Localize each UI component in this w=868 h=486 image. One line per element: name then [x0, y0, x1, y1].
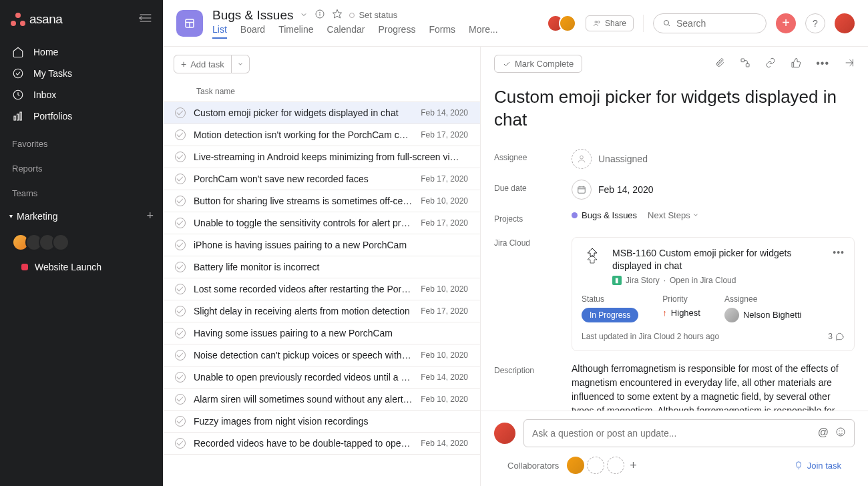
task-row[interactable]: PorchCam won't save new recorded facesFe…: [163, 168, 480, 190]
assignee-value[interactable]: Unassigned: [572, 149, 855, 169]
task-title[interactable]: Custom emoji picker for widgets displaye…: [494, 86, 855, 132]
complete-check-icon[interactable]: [175, 306, 186, 316]
task-row[interactable]: Alarm siren will sometimes sound without…: [163, 389, 480, 411]
project-members[interactable]: [547, 15, 576, 32]
task-row[interactable]: Button for sharing live streams is somet…: [163, 190, 480, 212]
task-row[interactable]: Motion detection isn't working for the P…: [163, 124, 480, 146]
jira-comments[interactable]: 3: [828, 332, 845, 341]
task-row[interactable]: Having some issues pairing to a new Porc…: [163, 322, 480, 344]
complete-check-icon[interactable]: [175, 394, 186, 405]
emoji-icon[interactable]: [835, 427, 846, 440]
mark-complete-button[interactable]: Mark Complete: [494, 55, 582, 73]
complete-check-icon[interactable]: [175, 372, 186, 383]
svg-point-28: [837, 428, 845, 436]
collapse-sidebar-icon[interactable]: [139, 13, 152, 26]
task-row[interactable]: Noise detection can't pickup voices or s…: [163, 344, 480, 367]
assignee-label: Assignee: [494, 149, 561, 162]
tab-calendar[interactable]: Calendar: [327, 24, 365, 39]
complete-check-icon[interactable]: [175, 196, 186, 206]
subtask-icon[interactable]: [740, 57, 750, 71]
comment-input-wrapper[interactable]: @: [523, 419, 855, 447]
search-input[interactable]: [676, 18, 756, 29]
complete-check-icon[interactable]: [175, 218, 186, 228]
svg-marker-14: [333, 9, 342, 18]
jira-priority-label: Priority: [662, 294, 700, 304]
comment-input[interactable]: [532, 428, 818, 439]
tab-list[interactable]: List: [212, 24, 227, 39]
complete-check-icon[interactable]: [175, 240, 186, 250]
task-row[interactable]: Fuzzy images from night vision recording…: [163, 411, 480, 433]
nav-inbox[interactable]: Inbox: [0, 84, 163, 105]
jira-open-link[interactable]: Open in Jira Cloud: [670, 276, 736, 285]
complete-check-icon[interactable]: [175, 284, 186, 294]
complete-check-icon[interactable]: [175, 438, 186, 449]
info-icon[interactable]: [314, 9, 325, 22]
task-row[interactable]: Battery life monitor is incorrect: [163, 256, 480, 278]
jira-title[interactable]: MSB-1160 Custom emoji picker for widgets…: [612, 247, 823, 273]
jira-type: Jira Story: [626, 276, 660, 285]
logo[interactable]: asana: [11, 12, 62, 27]
nav-label: Portfolios: [33, 111, 72, 121]
due-date-value[interactable]: Feb 14, 2020: [572, 180, 855, 200]
chevron-down-icon[interactable]: [300, 9, 308, 21]
project-website-launch[interactable]: Website Launch: [0, 256, 163, 278]
complete-check-icon[interactable]: [175, 416, 186, 427]
current-user-avatar: [494, 423, 515, 444]
add-task-button[interactable]: +Add task: [174, 55, 232, 73]
team-members[interactable]: [0, 228, 163, 256]
collaborator-empty[interactable]: [587, 457, 604, 474]
task-row[interactable]: Unable to open previously recorded video…: [163, 367, 480, 389]
user-avatar[interactable]: [835, 13, 855, 33]
share-button[interactable]: Share: [586, 15, 634, 31]
task-row[interactable]: Live-streaming in Android keeps minimizi…: [163, 146, 480, 168]
section-dropdown[interactable]: Next Steps: [648, 210, 699, 220]
tab-timeline[interactable]: Timeline: [278, 24, 313, 39]
attachment-icon[interactable]: [714, 57, 725, 71]
task-row[interactable]: Unable to toggle the sensitivity control…: [163, 212, 480, 234]
search-box[interactable]: [653, 13, 767, 33]
collaborator-avatar[interactable]: [567, 457, 584, 474]
join-task-button[interactable]: Join task: [794, 461, 841, 471]
task-row[interactable]: Custom emoji picker for widgets displaye…: [163, 102, 480, 124]
complete-check-icon[interactable]: [175, 174, 186, 184]
nav-my-tasks[interactable]: My Tasks: [0, 63, 163, 84]
project-dot-icon: [572, 212, 578, 218]
global-add-button[interactable]: +: [776, 13, 796, 33]
star-icon[interactable]: [332, 9, 343, 22]
project-pill[interactable]: Bugs & Issues: [572, 210, 637, 220]
add-project-icon[interactable]: +: [146, 209, 154, 223]
tab-more[interactable]: More...: [469, 24, 498, 39]
complete-check-icon[interactable]: [175, 152, 186, 162]
jira-more-icon[interactable]: •••: [833, 247, 845, 258]
add-task-dropdown[interactable]: [232, 55, 250, 73]
project-color-dot: [21, 264, 28, 270]
add-collaborator-icon[interactable]: +: [627, 459, 640, 473]
nav-home[interactable]: Home: [0, 41, 163, 63]
link-icon[interactable]: [765, 57, 776, 71]
complete-check-icon[interactable]: [175, 328, 186, 338]
tab-board[interactable]: Board: [240, 24, 265, 39]
task-row[interactable]: Recorded videos have to be double-tapped…: [163, 433, 480, 455]
mention-icon[interactable]: @: [818, 427, 829, 440]
complete-check-icon[interactable]: [175, 107, 186, 118]
reports-section[interactable]: Reports: [0, 154, 163, 179]
tab-forms[interactable]: Forms: [429, 24, 455, 39]
help-button[interactable]: ?: [805, 13, 825, 33]
close-detail-icon[interactable]: [844, 57, 855, 71]
favorites-section[interactable]: Favorites: [0, 130, 163, 154]
description-text[interactable]: Although ferromagnetism is responsible f…: [572, 362, 855, 411]
complete-check-icon[interactable]: [175, 130, 186, 140]
task-row[interactable]: Slight delay in receiving alerts from mo…: [163, 300, 480, 322]
task-row[interactable]: iPhone is having issues pairing to a new…: [163, 234, 480, 256]
like-icon[interactable]: [791, 57, 801, 71]
team-marketing[interactable]: ▾ Marketing +: [0, 204, 163, 228]
set-status-button[interactable]: Set status: [349, 10, 397, 20]
task-row[interactable]: Lost some recorded videos after restarti…: [163, 278, 480, 300]
complete-check-icon[interactable]: [175, 262, 186, 272]
more-icon[interactable]: •••: [816, 57, 829, 71]
collaborator-empty[interactable]: [607, 457, 624, 474]
project-title[interactable]: Bugs & Issues: [212, 8, 293, 23]
nav-portfolios[interactable]: Portfolios: [0, 105, 163, 127]
complete-check-icon[interactable]: [175, 350, 186, 360]
tab-progress[interactable]: Progress: [378, 24, 415, 39]
